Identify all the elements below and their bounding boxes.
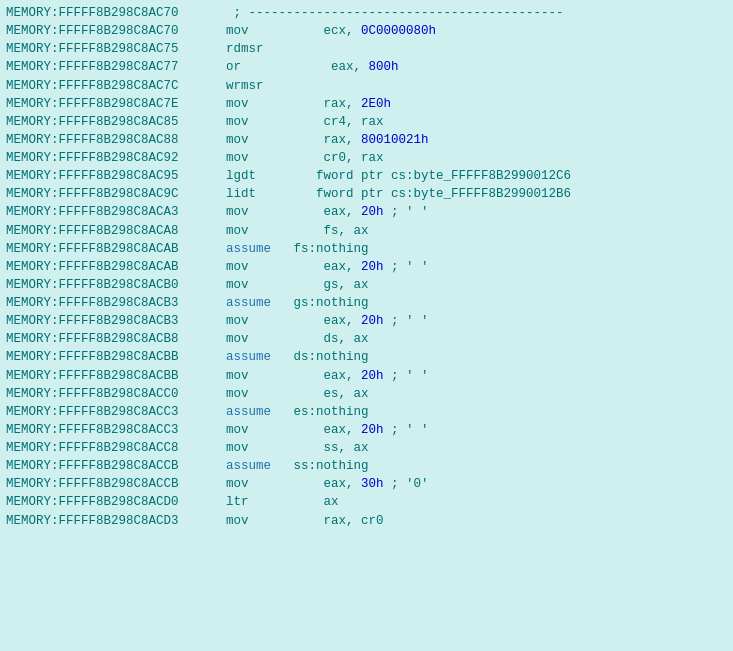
code-line: MEMORY:FFFFF8B298C8ACA3 mov eax, 20h ; '… [6, 203, 727, 221]
address: MEMORY:FFFFF8B298C8AC85 [6, 113, 226, 131]
code-line: MEMORY:FFFFF8B298C8ACB8 mov ds, ax [6, 330, 727, 348]
mnemonic: mov [226, 475, 286, 493]
mnemonic: mov [226, 367, 286, 385]
mnemonic: mov [226, 421, 286, 439]
address: MEMORY:FFFFF8B298C8AC95 [6, 167, 226, 185]
mnemonic: wrmsr [226, 77, 286, 95]
operand: rax, cr0 [286, 512, 384, 530]
mnemonic: mov [226, 439, 286, 457]
mnemonic: mov [226, 512, 286, 530]
code-line: MEMORY:FFFFF8B298C8ACD0 ltr ax [6, 493, 727, 511]
mnemonic: rdmsr [226, 40, 286, 58]
assume-keyword: assume [226, 403, 286, 421]
mnemonic: mov [226, 22, 286, 40]
code-line: MEMORY:FFFFF8B298C8AC85 mov cr4, rax [6, 113, 727, 131]
operand: ecx, 0C0000080h [286, 22, 436, 40]
address: MEMORY:FFFFF8B298C8AC7C [6, 77, 226, 95]
code-line: MEMORY:FFFFF8B298C8AC88 mov rax, 8001002… [6, 131, 727, 149]
operand: fword ptr cs:byte_FFFFF8B2990012C6 [286, 167, 571, 185]
address: MEMORY:FFFFF8B298C8AC9C [6, 185, 226, 203]
mnemonic: lgdt [226, 167, 286, 185]
assume-keyword: assume [226, 294, 286, 312]
code-line: MEMORY:FFFFF8B298C8ACC3 assume es:nothin… [6, 403, 727, 421]
code-line: MEMORY:FFFFF8B298C8ACC3 mov eax, 20h ; '… [6, 421, 727, 439]
operand: ds:nothing [286, 348, 369, 366]
mnemonic: lidt [226, 185, 286, 203]
operand: es, ax [286, 385, 369, 403]
address: MEMORY:FFFFF8B298C8ACBB [6, 348, 226, 366]
code-view: MEMORY:FFFFF8B298C8AC70 ; --------------… [0, 0, 733, 534]
code-line: MEMORY:FFFFF8B298C8ACA8 mov fs, ax [6, 222, 727, 240]
operand: eax, 20h ; ' ' [286, 367, 429, 385]
code-line: MEMORY:FFFFF8B298C8AC7E mov rax, 2E0h [6, 95, 727, 113]
operand: eax, 20h ; ' ' [286, 421, 429, 439]
address: MEMORY:FFFFF8B298C8ACB3 [6, 294, 226, 312]
address: MEMORY:FFFFF8B298C8ACB3 [6, 312, 226, 330]
code-line: MEMORY:FFFFF8B298C8ACC8 mov ss, ax [6, 439, 727, 457]
mnemonic: mov [226, 113, 286, 131]
operand: eax, 800h [286, 58, 399, 76]
operand: es:nothing [286, 403, 369, 421]
operand: fs, ax [286, 222, 369, 240]
mnemonic: mov [226, 276, 286, 294]
operand: ax [286, 493, 339, 511]
address: MEMORY:FFFFF8B298C8ACB0 [6, 276, 226, 294]
operand: ss:nothing [286, 457, 369, 475]
operand: gs:nothing [286, 294, 369, 312]
mnemonic: or [226, 58, 286, 76]
hex-value: 20h [361, 369, 384, 383]
address: MEMORY:FFFFF8B298C8ACAB [6, 258, 226, 276]
address: MEMORY:FFFFF8B298C8ACD0 [6, 493, 226, 511]
code-line: MEMORY:FFFFF8B298C8AC9C lidt fword ptr c… [6, 185, 727, 203]
hex-value: 0C0000080h [361, 24, 436, 38]
address: MEMORY:FFFFF8B298C8ACAB [6, 240, 226, 258]
code-line: MEMORY:FFFFF8B298C8ACCB assume ss:nothin… [6, 457, 727, 475]
code-line: MEMORY:FFFFF8B298C8AC70 mov ecx, 0C00000… [6, 22, 727, 40]
separator: ; --------------------------------------… [226, 4, 564, 22]
address: MEMORY:FFFFF8B298C8AC7E [6, 95, 226, 113]
address: MEMORY:FFFFF8B298C8ACA3 [6, 203, 226, 221]
address: MEMORY:FFFFF8B298C8AC70 [6, 4, 226, 22]
code-line: MEMORY:FFFFF8B298C8AC70 ; --------------… [6, 4, 727, 22]
mnemonic: mov [226, 330, 286, 348]
operand: rax, 80010021h [286, 131, 429, 149]
operand: eax, 20h ; ' ' [286, 258, 429, 276]
hex-value: 20h [361, 205, 384, 219]
assume-keyword: assume [226, 348, 286, 366]
address: MEMORY:FFFFF8B298C8ACBB [6, 367, 226, 385]
hex-value: 30h [361, 477, 384, 491]
mnemonic: mov [226, 203, 286, 221]
address: MEMORY:FFFFF8B298C8ACA8 [6, 222, 226, 240]
code-line: MEMORY:FFFFF8B298C8AC7C wrmsr [6, 77, 727, 95]
mnemonic: mov [226, 131, 286, 149]
address: MEMORY:FFFFF8B298C8AC70 [6, 22, 226, 40]
mnemonic: mov [226, 312, 286, 330]
code-line: MEMORY:FFFFF8B298C8ACB3 mov eax, 20h ; '… [6, 312, 727, 330]
operand: rax, 2E0h [286, 95, 391, 113]
mnemonic: ltr [226, 493, 286, 511]
address: MEMORY:FFFFF8B298C8AC75 [6, 40, 226, 58]
mnemonic: mov [226, 385, 286, 403]
address: MEMORY:FFFFF8B298C8ACB8 [6, 330, 226, 348]
code-line: MEMORY:FFFFF8B298C8ACB3 assume gs:nothin… [6, 294, 727, 312]
hex-value: 80010021h [361, 133, 429, 147]
code-line: MEMORY:FFFFF8B298C8ACC0 mov es, ax [6, 385, 727, 403]
operand: cr0, rax [286, 149, 384, 167]
hex-value: 2E0h [361, 97, 391, 111]
hex-value: 20h [361, 423, 384, 437]
address: MEMORY:FFFFF8B298C8ACCB [6, 457, 226, 475]
mnemonic: mov [226, 149, 286, 167]
assume-keyword: assume [226, 240, 286, 258]
address: MEMORY:FFFFF8B298C8ACD3 [6, 512, 226, 530]
code-line: MEMORY:FFFFF8B298C8ACBB mov eax, 20h ; '… [6, 367, 727, 385]
address: MEMORY:FFFFF8B298C8ACCB [6, 475, 226, 493]
code-line: MEMORY:FFFFF8B298C8AC92 mov cr0, rax [6, 149, 727, 167]
hex-value: 20h [361, 260, 384, 274]
hex-value: 20h [361, 314, 384, 328]
address: MEMORY:FFFFF8B298C8AC88 [6, 131, 226, 149]
address: MEMORY:FFFFF8B298C8ACC3 [6, 421, 226, 439]
code-line: MEMORY:FFFFF8B298C8ACCB mov eax, 30h ; '… [6, 475, 727, 493]
hex-value: 800h [369, 60, 399, 74]
code-line: MEMORY:FFFFF8B298C8ACAB mov eax, 20h ; '… [6, 258, 727, 276]
code-line: MEMORY:FFFFF8B298C8ACAB assume fs:nothin… [6, 240, 727, 258]
